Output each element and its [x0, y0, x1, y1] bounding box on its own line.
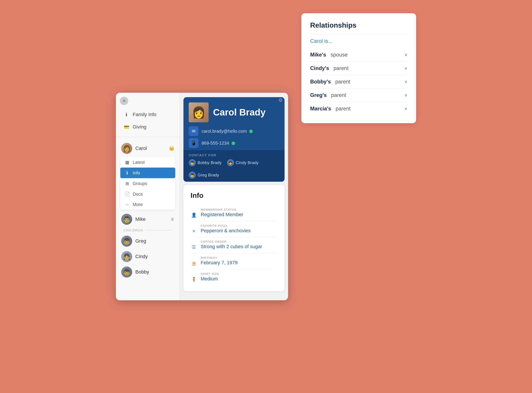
- bobby-name: Bobby: [135, 269, 149, 275]
- header-name: Carol Brady: [213, 107, 266, 118]
- greg-member[interactable]: 👦 Greg: [118, 233, 177, 249]
- info-icon: ℹ: [124, 170, 130, 176]
- docs-icon: 📄: [124, 192, 130, 197]
- email-text: carol.brady@hello.com: [201, 129, 253, 134]
- carol-member[interactable]: 👩 Carol 👑: [118, 141, 177, 156]
- cindy-member[interactable]: 👧 Cindy: [118, 249, 177, 264]
- pizza-value: Pepperoni & anchovies: [201, 228, 251, 234]
- phone-row: 📱 869-555-1234: [189, 138, 279, 148]
- docs-label: Docs: [133, 192, 143, 197]
- carol-name: Carol: [135, 146, 147, 151]
- sidebar-item-giving[interactable]: 💳 Giving: [118, 121, 177, 133]
- submenu-groups[interactable]: ⊞ Groups: [120, 178, 175, 189]
- shirt-row: 🧍 SHIRT SIZE Medium: [190, 269, 278, 285]
- rel-bobby-chevron: ∨: [404, 79, 407, 84]
- children-label: CHILDREN: [118, 227, 177, 233]
- groups-label: Groups: [133, 181, 147, 186]
- shirt-value: Medium: [201, 276, 219, 282]
- sidebar-item-family-info[interactable]: ℹ Family Info: [118, 109, 177, 121]
- cindy-contact-name: Cindy Brady: [236, 160, 259, 165]
- rel-cindy[interactable]: Cindy's parent ∨: [310, 62, 407, 75]
- latest-icon: ▦: [124, 160, 130, 165]
- email-icon-btn[interactable]: ✉: [189, 126, 198, 136]
- rel-cindy-text: Cindy's parent: [310, 65, 349, 71]
- coffee-content: COFFEE ORDER Strong with 2 cubes of suga…: [201, 240, 262, 250]
- membership-row: 👤 MEMBERSHIP STATUS Registered Member: [190, 205, 278, 221]
- rel-mike-text: Mike's spouse: [310, 52, 348, 58]
- birthday-value: February 7, 1979: [201, 260, 238, 265]
- phone-text: 869-555-1234: [201, 141, 235, 146]
- rel-mike[interactable]: Mike's spouse ∨: [310, 48, 407, 62]
- cindy-avatar: 👧: [121, 251, 132, 262]
- info-circle-icon: ℹ: [123, 112, 130, 117]
- relationships-title: Relationships: [310, 21, 407, 29]
- rel-greg[interactable]: Greg's parent ∨: [310, 88, 407, 102]
- submenu-docs[interactable]: 📄 Docs: [120, 189, 175, 199]
- shirt-label: SHIRT SIZE: [201, 272, 219, 275]
- family-section: 👩 Carol 👑 ▦ Latest ℹ Info ⊞ Groups: [116, 141, 180, 280]
- rel-marcia[interactable]: Marcia's parent ∨: [310, 102, 407, 115]
- contact-for-people: 👦 Bobby Brady 👧 Cindy Brady 👦: [189, 159, 279, 179]
- close-button[interactable]: ✕: [120, 97, 128, 105]
- birthday-content: BIRTHDAY February 7, 1979: [201, 256, 238, 265]
- sidebar: ℹ Family Info 💳 Giving 👩 Carol 👑 ▦: [116, 93, 180, 300]
- coffee-value: Strong with 2 cubes of sugar: [201, 244, 262, 250]
- pizza-content: FAVORITE PIZZA Pepperoni & anchovies: [201, 224, 251, 234]
- cindy-contact-avatar: 👧: [227, 159, 234, 166]
- submenu-more[interactable]: ··· More: [120, 199, 175, 210]
- submenu-latest[interactable]: ▦ Latest: [120, 157, 175, 167]
- shirt-content: SHIRT SIZE Medium: [201, 272, 219, 282]
- birthday-label: BIRTHDAY: [201, 256, 238, 260]
- rel-greg-text: Greg's parent: [310, 92, 346, 98]
- cindy-name: Cindy: [135, 254, 148, 260]
- coffee-icon: ☰: [190, 244, 197, 250]
- bobby-contact-avatar: 👦: [189, 159, 196, 166]
- shirt-icon: 🧍: [190, 277, 197, 282]
- contact-person-greg[interactable]: 👦 Greg Brady: [189, 172, 219, 179]
- rel-marcia-text: Marcia's parent: [310, 106, 351, 112]
- mike-member[interactable]: 👨 Mike ♛: [118, 211, 177, 227]
- membership-content: MEMBERSHIP STATUS Registered Member: [201, 208, 243, 217]
- greg-contact-avatar: 👦: [189, 172, 196, 179]
- coffee-label: COFFEE ORDER: [201, 240, 262, 243]
- rel-bobby-text: Bobby's parent: [310, 79, 350, 85]
- mike-crown-icon: ♛: [171, 216, 174, 222]
- carol-is-label: Carol is...: [310, 38, 407, 44]
- mike-avatar: 👨: [121, 214, 132, 225]
- family-info-label: Family Info: [133, 112, 156, 118]
- content-area: 👩 Carol Brady ✉ carol.brady@hello.com 📱 …: [180, 93, 288, 300]
- giving-icon: 💳: [123, 124, 130, 130]
- email-row: ✉ carol.brady@hello.com: [189, 126, 279, 136]
- contact-person-bobby[interactable]: 👦 Bobby Brady: [189, 159, 222, 166]
- membership-label: MEMBERSHIP STATUS: [201, 208, 243, 211]
- phone-icon-btn[interactable]: 📱: [189, 138, 198, 148]
- bobby-contact-name: Bobby Brady: [198, 160, 222, 165]
- rel-greg-chevron: ∨: [404, 93, 407, 98]
- greg-avatar: 👦: [121, 236, 132, 247]
- mike-name: Mike: [135, 216, 146, 222]
- contact-for-bar: CONTACT FOR 👦 Bobby Brady 👧 Cindy Brady: [183, 150, 284, 182]
- submenu-info[interactable]: ℹ Info: [120, 167, 175, 178]
- gear-button[interactable]: ⚙: [277, 97, 284, 104]
- pizza-row: ≡ FAVORITE PIZZA Pepperoni & anchovies: [190, 221, 278, 237]
- coffee-row: ☰ COFFEE ORDER Strong with 2 cubes of su…: [190, 237, 278, 253]
- rel-marcia-chevron: ∨: [404, 106, 407, 111]
- birthday-row: 🎂 BIRTHDAY February 7, 1979: [190, 253, 278, 269]
- bobby-member[interactable]: 👦 Bobby: [118, 264, 177, 280]
- contact-person-cindy[interactable]: 👧 Cindy Brady: [227, 159, 259, 166]
- rel-bobby[interactable]: Bobby's parent ∨: [310, 75, 407, 88]
- latest-label: Latest: [133, 160, 145, 165]
- email-verified-dot: [249, 130, 253, 133]
- greg-contact-name: Greg Brady: [198, 173, 219, 177]
- bobby-avatar: 👦: [121, 266, 132, 278]
- carol-crown-icon: 👑: [169, 146, 174, 151]
- header-avatar: 👩: [189, 103, 209, 122]
- contact-for-label: CONTACT FOR: [189, 153, 279, 157]
- relationships-panel: Relationships Carol is... Mike's spouse …: [301, 13, 416, 123]
- pizza-icon: ≡: [190, 229, 197, 234]
- info-label: Info: [133, 170, 140, 176]
- sidebar-nav-top: ℹ Family Info 💳 Giving: [116, 109, 180, 137]
- membership-icon: 👤: [190, 212, 197, 218]
- more-icon: ···: [124, 202, 130, 207]
- pizza-label: FAVORITE PIZZA: [201, 224, 251, 227]
